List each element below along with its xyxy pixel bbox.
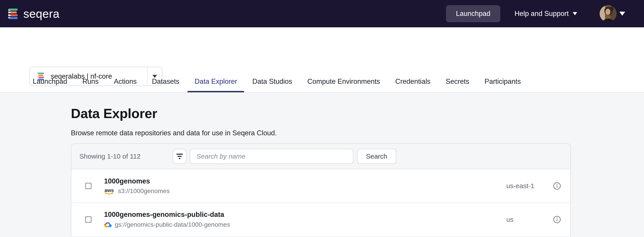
info-icon	[553, 182, 561, 190]
seqera-logo-icon	[7, 8, 19, 19]
results-count: Showing 1-10 of 112	[80, 153, 173, 160]
filter-button[interactable]	[173, 149, 186, 164]
tab-compute-environments[interactable]: Compute Environments	[308, 77, 380, 92]
info-button[interactable]	[553, 182, 561, 190]
tab-secrets[interactable]: Secrets	[446, 77, 469, 92]
info-button[interactable]	[553, 216, 561, 224]
table-row[interactable]: 1000genomes aws s3://1000genomes us-east…	[71, 169, 570, 203]
avatar	[600, 5, 617, 22]
bucket-uri-line: gs://genomics-public-data/1000-genomes	[104, 221, 506, 229]
launchpad-button[interactable]: Launchpad	[446, 5, 500, 22]
search-button[interactable]: Search	[357, 149, 396, 164]
table-row[interactable]: 1000genomes-genomics-public-data	[71, 203, 570, 237]
bucket-uri: s3://1000genomes	[118, 188, 170, 195]
data-explorer-panel: Showing 1-10 of 112 Search 1000genomes a…	[71, 143, 571, 237]
tab-datasets[interactable]: Datasets	[152, 77, 179, 92]
bucket-uri: gs://genomics-public-data/1000-genomes	[115, 221, 230, 228]
seqera-brand[interactable]: seqera	[7, 7, 60, 20]
aws-icon: aws	[104, 188, 115, 195]
navbar-right: Launchpad Help and Support	[446, 5, 625, 22]
row-main: 1000genomes-genomics-public-data	[104, 211, 506, 229]
page-subtitle: Browse remote data repositories and data…	[71, 129, 277, 137]
bucket-uri-line: aws s3://1000genomes	[104, 188, 506, 195]
search-input[interactable]	[190, 149, 354, 164]
row-main: 1000genomes aws s3://1000genomes	[104, 177, 506, 195]
tab-credentials[interactable]: Credentials	[395, 77, 430, 92]
google-cloud-icon	[104, 221, 112, 229]
tab-launchpad[interactable]: Launchpad	[33, 77, 67, 92]
tab-data-studios[interactable]: Data Studios	[252, 77, 292, 92]
user-menu[interactable]	[600, 5, 625, 22]
tab-participants[interactable]: Participants	[484, 77, 521, 92]
row-checkbox[interactable]	[85, 216, 92, 223]
chevron-down-icon	[619, 12, 625, 16]
bucket-name[interactable]: 1000genomes	[104, 177, 506, 185]
panel-toolbar: Showing 1-10 of 112 Search	[71, 144, 570, 169]
page-title: Data Explorer	[71, 106, 157, 121]
data-explorer-page: seqera Launchpad Help and Support	[0, 0, 644, 237]
filter-list-icon	[176, 153, 183, 160]
top-navbar: seqera Launchpad Help and Support	[0, 0, 644, 27]
help-and-support-menu[interactable]: Help and Support	[514, 10, 577, 18]
svg-text:aws: aws	[104, 188, 114, 193]
bucket-name[interactable]: 1000genomes-genomics-public-data	[104, 211, 506, 219]
tab-runs[interactable]: Runs	[82, 77, 98, 92]
region-label: us	[506, 216, 553, 223]
chevron-down-icon	[573, 12, 577, 15]
info-icon	[553, 216, 561, 224]
workspace-tabs: Launchpad Runs Actions Datasets Data Exp…	[33, 77, 521, 92]
tab-data-explorer[interactable]: Data Explorer	[195, 77, 237, 92]
help-and-support-label: Help and Support	[514, 10, 569, 18]
row-checkbox[interactable]	[85, 183, 92, 189]
tab-actions[interactable]: Actions	[114, 77, 137, 92]
region-label: us-east-1	[506, 182, 553, 190]
workspace-header: seqeralabs | nf-core Launchpad Runs Acti…	[0, 27, 644, 93]
brand-name: seqera	[23, 7, 60, 20]
